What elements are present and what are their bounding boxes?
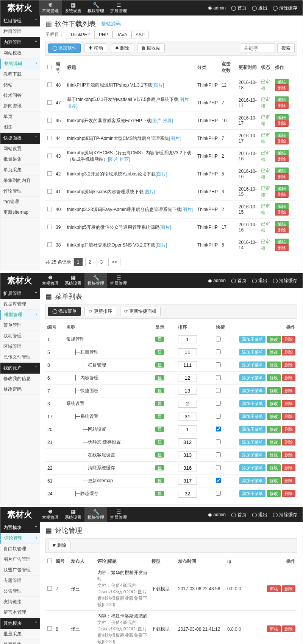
delete-button[interactable]: 删除 [282,336,295,343]
show-badge[interactable]: 显 [155,427,164,432]
delete-button[interactable]: 删除 [275,120,289,127]
sidebar-item[interactable]: 仿站 [0,80,40,90]
move-button[interactable]: ✚ 移动 [84,43,107,53]
delete-button[interactable]: 删除 [275,227,289,233]
nav-system[interactable]: ▦系统设置 [62,0,84,16]
delete-button[interactable]: 删除 [282,452,295,458]
nav-module[interactable]: 🔧模块管理 [84,273,107,288]
sort-input[interactable] [178,348,197,356]
add-sub-button[interactable]: 添加子菜单 [239,426,266,433]
add-sub-button[interactable]: 添加子菜单 [239,400,266,407]
sidebar-item[interactable]: 批量采集 [0,629,40,639]
chevron-up-icon[interactable]: ˄ [35,136,37,141]
quick-checkbox[interactable] [216,375,221,380]
sidebar-item[interactable]: 修改我的信息 [0,374,40,384]
sidebar-item[interactable]: 专题管理 [0,576,40,586]
nav-system[interactable]: ▦系统设置 [62,273,84,288]
edit-button[interactable]: 修改 [267,336,281,343]
sort-input[interactable] [178,387,197,395]
select-all-checkbox[interactable] [47,559,52,563]
edit-button[interactable]: 修改 [267,362,281,368]
row-checkbox[interactable] [47,118,52,123]
delete-button[interactable]: 删除 [275,84,289,91]
sidebar-item[interactable]: 单页采集 [0,165,40,175]
add-sub-button[interactable]: 添加子菜单 [239,477,266,484]
delete-button[interactable]: ✖ 删除 [111,43,133,53]
delete-button[interactable]: 删除 [282,349,295,355]
sidebar-item[interactable]: 模型管理 [0,310,40,320]
delete-button[interactable]: ✖ 删除 [48,541,70,550]
approve-button[interactable]: 审核 [267,585,281,592]
sidebar-item[interactable]: 菜单管理 [0,320,40,331]
sidebar-item[interactable]: 图片广告管理 [0,554,40,565]
delete-button[interactable]: 删除 [282,464,295,471]
breadcrumb-sub[interactable]: 整站源码 [101,20,121,27]
sort-input[interactable] [178,413,197,421]
sidebar-item[interactable]: 公告管理 [0,586,40,597]
quick-checkbox[interactable] [216,362,221,367]
nav-general[interactable]: ❋常规管理 [39,273,62,288]
show-badge[interactable]: 显 [155,465,164,470]
delete-button[interactable]: 删除 [275,173,289,180]
quick-checkbox[interactable] [216,427,221,431]
delete-button[interactable]: 删除 [282,374,295,381]
sort-input[interactable] [178,464,197,472]
delete-button[interactable]: 删除 [282,362,295,368]
recycle-button[interactable]: 🗑 回收站 [137,43,165,53]
show-badge[interactable]: 显 [155,337,164,342]
show-badge[interactable]: 显 [155,452,164,458]
nav-extend[interactable]: ☰扩展管理 [107,273,130,288]
subtab[interactable]: JAVA [112,31,131,39]
edit-button[interactable]: 修改 [267,490,281,497]
add-menu-button[interactable]: ◯ 添加菜单 [48,307,81,316]
row-checkbox[interactable] [47,100,52,105]
quick-checkbox[interactable] [216,337,221,341]
sidebar-item[interactable]: 整站源码 [0,59,40,69]
sidebar-item[interactable]: 联盟广告管理 [0,565,40,576]
delete-button[interactable]: 删除 [282,585,295,592]
add-sub-button[interactable]: 添加子菜单 [239,452,266,458]
quick-checkbox[interactable] [216,388,221,393]
delete-button[interactable]: 删除 [282,426,295,433]
show-badge[interactable]: 显 [155,401,164,406]
row-checkbox[interactable] [47,154,52,158]
row-checkbox[interactable] [47,189,52,194]
show-badge[interactable]: 显 [155,349,164,355]
search-button[interactable]: 搜索 [277,43,295,53]
add-sub-button[interactable]: 添加子菜单 [239,336,266,343]
show-badge[interactable]: 显 [155,414,164,419]
show-badge[interactable]: 显 [155,388,164,393]
row-checkbox[interactable] [47,82,52,87]
row-checkbox[interactable] [47,207,52,211]
clearcache-link[interactable]: ◯ 清除缓存 [273,5,297,11]
sidebar-item[interactable]: 批量采集 [0,154,40,165]
sidebar-item[interactable]: 采集到的内容 [0,175,40,186]
edit-button[interactable]: 修改 [267,374,281,381]
page-3[interactable]: 3 [97,258,106,266]
add-software-button[interactable]: ◯ 添加软件 [48,43,81,53]
page-next[interactable]: >> [108,258,120,266]
sidebar-item[interactable]: 网站设置 [0,144,40,154]
sort-input[interactable] [178,490,197,498]
show-badge[interactable]: 显 [155,491,164,496]
delete-button[interactable]: 删除 [282,625,295,632]
sidebar-item[interactable]: 友情链接 [0,597,40,607]
sidebar-item[interactable]: tag管理 [0,197,40,207]
add-sub-button[interactable]: 添加子菜单 [239,387,266,394]
quick-checkbox[interactable] [216,401,221,406]
quick-checkbox[interactable] [216,414,221,419]
quick-checkbox[interactable] [216,452,221,457]
delete-button[interactable]: 删除 [282,413,295,420]
quick-checkbox[interactable] [216,349,221,354]
row-checkbox[interactable] [47,586,52,591]
sidebar-item[interactable]: 教程下载 [0,69,40,80]
row-checkbox[interactable] [47,626,52,631]
sidebar-item[interactable]: 已传文件管理 [0,352,40,363]
sidebar-item[interactable]: 区域管理 [0,341,40,352]
row-checkbox[interactable] [47,242,52,247]
subtab[interactable]: PHP [95,31,112,39]
sidebar-item[interactable]: 留言本管理 [0,607,40,618]
edit-button[interactable]: 修改 [267,464,281,471]
add-sub-button[interactable]: 添加子菜单 [239,439,266,445]
page-1[interactable]: 1 [73,258,83,266]
